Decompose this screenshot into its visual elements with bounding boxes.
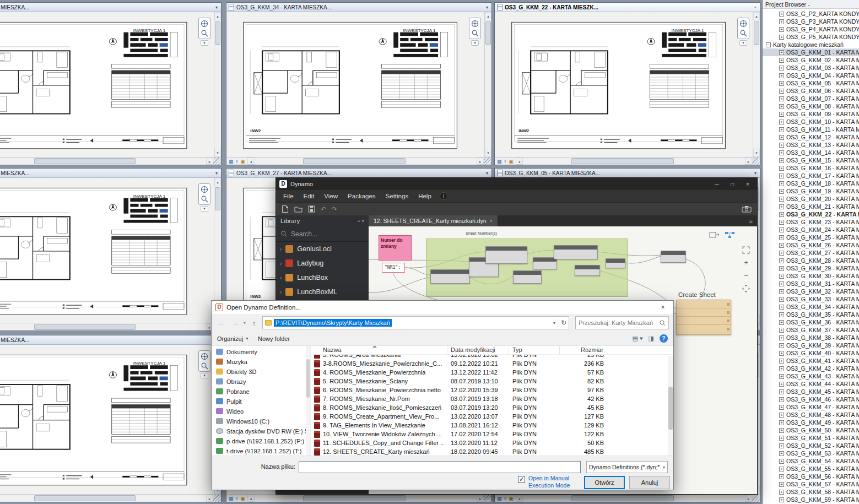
window-menu-icon[interactable]: ▾ bbox=[485, 171, 489, 176]
zoom-icon[interactable] bbox=[201, 30, 208, 37]
file-row[interactable]: 5. ROOMS_Mieszkanie_Ściany08.07.2019 13:… bbox=[311, 377, 673, 386]
tree-expand-icon[interactable]: + bbox=[779, 343, 784, 348]
window-menu-icon[interactable]: ▾ bbox=[485, 5, 489, 10]
tree-expand-icon[interactable]: + bbox=[779, 227, 784, 232]
tree-item[interactable]: +OS3_G_KKM_01 - KARTA MIES bbox=[763, 48, 859, 56]
tree-expand-icon[interactable]: + bbox=[779, 150, 784, 155]
tree-item[interactable]: +OS3_G_KKM_18 - KARTA MIES bbox=[763, 180, 859, 187]
refresh-icon[interactable]: ↻ bbox=[558, 319, 566, 327]
expand-chevron-icon[interactable]: › bbox=[280, 289, 282, 295]
tree-item[interactable]: +OS3_G_KKM_55 - KARTA MIES bbox=[763, 465, 859, 473]
vertical-scrollbar[interactable]: ▴ ▾ bbox=[753, 12, 760, 157]
tree-expand-icon[interactable]: + bbox=[779, 274, 784, 279]
scroll-left-icon[interactable]: ◂ bbox=[516, 158, 523, 165]
menu-view[interactable]: View bbox=[319, 193, 343, 199]
scroll-left-icon[interactable]: ◂ bbox=[247, 495, 255, 502]
tree-collapse-icon[interactable]: − bbox=[766, 42, 771, 47]
places-item[interactable]: Wideo bbox=[212, 407, 310, 416]
tree-item[interactable]: +OS3_G_KKM_32 - KARTA MIES bbox=[763, 288, 859, 295]
places-item[interactable]: t-drive (\\192.168.1.252) (T:) bbox=[212, 446, 310, 456]
sheet-view-canvas[interactable]: INWESTYCJA 1 bbox=[495, 12, 753, 157]
pan-icon[interactable] bbox=[742, 285, 750, 292]
tree-item[interactable]: +OS3_G_KKM_54 - KARTA MIES bbox=[763, 457, 859, 465]
column-header-name[interactable]: Nazwa bbox=[311, 346, 447, 354]
file-row[interactable]: 8. ROOMS_Mieszkanie_Ilość_Pomieszczeń03.… bbox=[311, 403, 673, 412]
column-header-type[interactable]: Typ bbox=[509, 346, 560, 354]
history-chevron-icon[interactable]: ▾ bbox=[244, 321, 246, 326]
zoom-out-icon[interactable]: − bbox=[742, 272, 750, 280]
menu-file[interactable]: File bbox=[278, 193, 299, 199]
graph-view-icon[interactable] bbox=[725, 231, 736, 241]
tree-expand-icon[interactable]: + bbox=[779, 35, 784, 40]
tree-item[interactable]: +OS3_G_KKM_05 - KARTA MIES bbox=[763, 79, 859, 87]
tree-item[interactable]: +OS3_G_KKM_31 - KARTA MIES bbox=[763, 280, 859, 288]
horizontal-scrollbar[interactable] bbox=[0, 158, 206, 165]
tree-item[interactable]: +OS3_G_P3_KARTA KONDYGNA bbox=[763, 18, 859, 25]
tree-item[interactable]: +OS3_G_KKM_06 - KARTA MIES bbox=[763, 87, 859, 95]
sheet-view-canvas[interactable]: INWESTYCJA 1 bbox=[0, 345, 214, 494]
search-box[interactable]: Przeszukaj: Karty Mieszkań bbox=[575, 316, 669, 329]
tree-item[interactable]: +OS3_G_KKM_37 - KARTA MIES bbox=[763, 326, 859, 334]
resize-grip[interactable] bbox=[213, 495, 221, 502]
tree-expand-icon[interactable]: + bbox=[779, 328, 784, 333]
view-control-bar[interactable]: ▦ ♀ ▣ bbox=[226, 495, 247, 502]
tree-item[interactable]: +OS3_G_KKM_03 - KARTA MIES bbox=[763, 64, 859, 72]
tree-expand-icon[interactable]: + bbox=[779, 189, 784, 194]
steering-wheel-icon[interactable] bbox=[739, 20, 747, 28]
visual-style-icon[interactable]: ▣ bbox=[509, 495, 514, 502]
manual-execution-checkbox[interactable]: ✓ bbox=[518, 476, 525, 483]
tree-item[interactable]: +OS3_G_KKM_49 - KARTA MIES bbox=[763, 419, 859, 426]
visual-style-icon[interactable]: ▣ bbox=[509, 158, 514, 165]
tree-expand-icon[interactable]: + bbox=[779, 158, 784, 163]
scroll-left-icon[interactable]: ◂ bbox=[247, 158, 255, 165]
tree-item[interactable]: +OS3_G_KKM_09 - KARTA MIES bbox=[763, 110, 859, 118]
tree-expand-icon[interactable]: + bbox=[779, 235, 784, 240]
close-icon[interactable]: × bbox=[742, 181, 754, 187]
places-scrollbar[interactable] bbox=[306, 346, 310, 456]
places-item[interactable]: Windows10 (C:) bbox=[212, 416, 310, 426]
zoom-icon[interactable] bbox=[201, 196, 208, 203]
horizontal-scrollbar[interactable] bbox=[0, 495, 206, 502]
horizontal-scrollbar[interactable] bbox=[523, 495, 745, 502]
scroll-right-icon[interactable]: ▸ bbox=[206, 495, 213, 502]
tree-expand-icon[interactable]: + bbox=[779, 382, 784, 387]
scroll-right-icon[interactable]: ▸ bbox=[745, 495, 752, 502]
tree-item[interactable]: +OS3_G_KKM_57 - KARTA MIES bbox=[763, 480, 859, 488]
scroll-down-icon[interactable]: ▾ bbox=[485, 149, 491, 157]
reveal-hidden-icon[interactable]: ♀ bbox=[235, 158, 239, 165]
close-icon[interactable]: × bbox=[652, 301, 673, 314]
tree-item[interactable]: +OS3_G_KKM_44 - KARTA MIES bbox=[763, 380, 859, 388]
tree-expand-icon[interactable]: + bbox=[779, 451, 784, 456]
places-item[interactable]: Obrazy bbox=[212, 377, 310, 387]
view-window-titlebar[interactable]: OS3_G_KKM_34 - KARTA MIESZKA... ▾ bbox=[226, 3, 491, 12]
library-search[interactable]: Search... bbox=[276, 226, 369, 242]
tree-expand-icon[interactable]: + bbox=[779, 474, 784, 479]
tree-expand-icon[interactable]: + bbox=[779, 413, 784, 418]
navbar-expand-icon[interactable]: ▾ bbox=[739, 40, 747, 46]
reveal-hidden-icon[interactable]: ♀ bbox=[504, 495, 507, 502]
tree-item[interactable]: +OS3_G_KKM_47 - KARTA MIES bbox=[763, 403, 859, 411]
tree-item[interactable]: +OS3_G_KKM_41 - KARTA MIES bbox=[763, 357, 859, 365]
file-row[interactable]: 3. ROOMS_Area Mieszkania13.02.2020 13:02… bbox=[311, 355, 673, 359]
tree-expand-icon[interactable]: + bbox=[779, 89, 784, 94]
tree-item[interactable]: +OS3_G_KKM_11 - KARTA MIES bbox=[763, 126, 859, 133]
vertical-scrollbar[interactable]: ▴ ▾ bbox=[484, 12, 491, 157]
up-icon[interactable]: ↑ bbox=[248, 319, 260, 327]
expand-chevron-icon[interactable]: › bbox=[280, 261, 282, 267]
tree-expand-icon[interactable]: + bbox=[779, 305, 784, 310]
new-file-icon[interactable] bbox=[282, 205, 289, 213]
places-item[interactable]: Obiekty 3D bbox=[212, 367, 310, 377]
help-icon[interactable]: ? bbox=[660, 334, 668, 343]
tree-expand-icon[interactable]: + bbox=[779, 73, 784, 78]
tree-expand-icon[interactable]: + bbox=[779, 436, 784, 441]
file-row[interactable]: 12. SHEETS_CREATE_Karty mieszkań18.02.20… bbox=[311, 447, 673, 456]
file-row[interactable]: 10. VIEW_Tworzenie Widoków Zależnych ...… bbox=[311, 430, 673, 438]
zoom-icon[interactable] bbox=[472, 30, 479, 37]
undo-icon[interactable]: ↶ bbox=[321, 205, 326, 213]
tree-expand-icon[interactable]: + bbox=[779, 490, 784, 495]
maximize-icon[interactable]: □ bbox=[726, 181, 738, 187]
vertical-scrollbar[interactable]: ▴ ▾ bbox=[214, 12, 221, 157]
graph-node[interactable] bbox=[430, 269, 470, 284]
tree-expand-icon[interactable]: + bbox=[779, 281, 784, 286]
tree-item[interactable]: +OS3_G_KKM_35 - KARTA MIES bbox=[763, 311, 859, 318]
